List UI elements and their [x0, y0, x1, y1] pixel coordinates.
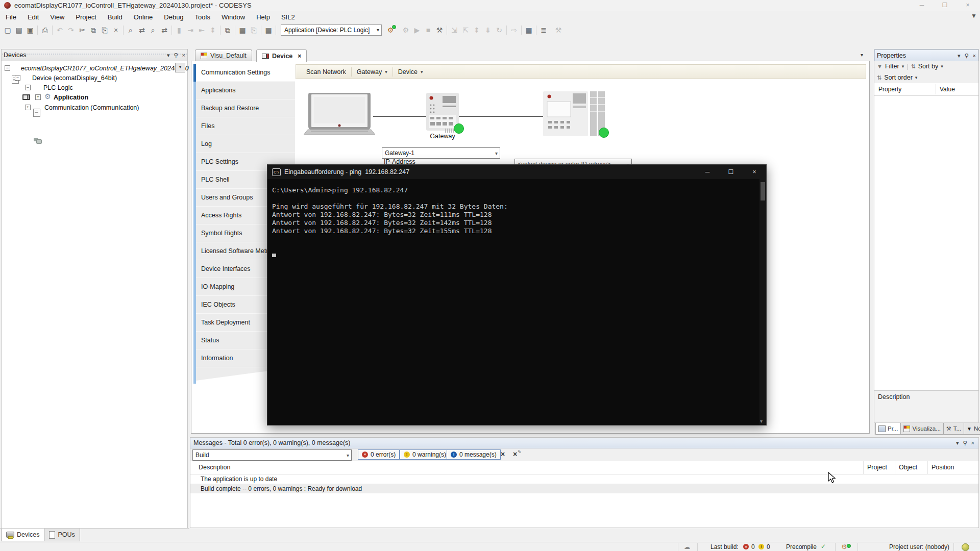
tab-overflow-chevron-icon[interactable]: ▾ [861, 52, 863, 58]
step-into-icon[interactable]: ⇱ [460, 24, 471, 36]
gateway-menu-button[interactable]: Gateway ▾ [352, 65, 393, 79]
misc-tools-icon[interactable]: ⚒ [553, 24, 564, 36]
menu-edit[interactable]: Edit [22, 11, 44, 23]
message-row[interactable]: The application is up to date [190, 474, 978, 484]
tab-devices[interactable]: Devices [1, 529, 44, 541]
close-tab-icon[interactable]: × [298, 53, 301, 60]
nav-files[interactable]: Files [196, 117, 295, 135]
tree-item-device[interactable]: Device (ecomatDisplay_64bit) [32, 73, 117, 83]
device-version-dropdown[interactable]: ▾ [175, 63, 185, 72]
cut-icon[interactable]: ✂ [77, 24, 88, 36]
tools-icon[interactable]: ⚒ [434, 24, 445, 36]
nav-log[interactable]: Log [196, 135, 295, 153]
menu-help[interactable]: Help [251, 11, 276, 23]
build-icon[interactable]: ▦ [263, 24, 274, 36]
nav-backup-restore[interactable]: Backup and Restore [196, 99, 295, 117]
message-category-select[interactable]: Build ▾ [192, 449, 352, 461]
menu-tools[interactable]: Tools [189, 11, 216, 23]
step-out-icon[interactable]: ⇞ [471, 24, 482, 36]
new-project-icon[interactable]: ▢ [2, 24, 13, 36]
nav-applications[interactable]: Applications [196, 82, 295, 99]
expander-minus-icon[interactable]: − [5, 65, 10, 71]
clear-bookmarks-icon[interactable]: ⇞ [207, 24, 218, 36]
menu-sil2[interactable]: SIL2 [276, 11, 301, 23]
cmd-console[interactable]: C:\Users\Admin>ping 192.168.82.247 Ping … [267, 179, 766, 424]
bookmark-icon[interactable]: ▮ [174, 24, 185, 36]
find-in-project-icon[interactable]: ⌕ [148, 24, 159, 36]
errors-toggle-button[interactable]: × 0 error(s) [358, 449, 400, 460]
scroll-down-icon[interactable]: ▾ [760, 418, 763, 424]
tab-toolbox[interactable]: ⚒ T... [944, 423, 964, 435]
pin-icon[interactable]: ⚲ [963, 440, 967, 446]
goto-icon[interactable]: ⇨ [508, 24, 520, 36]
run-icon[interactable]: ▶ [411, 24, 423, 36]
nav-communication-settings[interactable]: Communication Settings [196, 64, 295, 82]
expander-minus-icon[interactable]: − [15, 75, 20, 81]
scan-network-button[interactable]: Scan Network [301, 65, 351, 79]
minimize-button[interactable]: ─ [913, 0, 930, 11]
tree-item-application[interactable]: Application [54, 92, 88, 102]
print-icon[interactable]: ⎙ [39, 24, 51, 36]
trace-icon[interactable]: ≣ [538, 24, 549, 36]
active-application-selector[interactable]: Application [Device: PLC Logic] ▾ [281, 24, 382, 36]
clear-filtered-messages-icon[interactable]: × [513, 450, 517, 458]
replace-icon[interactable]: ⇄ [136, 24, 148, 36]
copy-icon[interactable]: ⧉ [88, 24, 99, 36]
replace-in-project-icon[interactable]: ⇄ [159, 24, 170, 36]
tree-item-communication[interactable]: Communication (Communication) [44, 103, 139, 112]
paste-icon[interactable]: ⎘ [99, 24, 110, 36]
declarations-icon[interactable]: ▦ [237, 24, 248, 36]
tab-pous[interactable]: POUs [44, 529, 80, 541]
menu-window[interactable]: Window [216, 11, 251, 23]
menu-debug[interactable]: Debug [158, 11, 189, 23]
menu-file[interactable]: File [0, 11, 22, 23]
gateway-select[interactable]: Gateway-1 ▾ [382, 147, 500, 159]
step-over-icon[interactable]: ⇲ [449, 24, 460, 36]
cmd-title-bar[interactable]: C:\ Eingabeaufforderung - ping 192.168.8… [267, 165, 766, 179]
sort-order-button[interactable]: Sort order [884, 74, 913, 81]
tree-item-project[interactable]: ecomatDisplayCR1077_ioControll_ETHgatewa… [21, 63, 189, 73]
cmd-close-button[interactable]: × [743, 165, 766, 179]
chevron-down-icon[interactable]: ▾ [956, 440, 959, 446]
pin-icon[interactable]: ⚲ [174, 52, 178, 59]
cmd-scrollbar[interactable]: ▾ [760, 179, 766, 424]
stop-icon[interactable]: ■ [423, 24, 434, 36]
open-project-icon[interactable]: ▤ [13, 24, 24, 36]
messages-toggle-button[interactable]: i 0 message(s) [447, 449, 501, 460]
prev-bookmark-icon[interactable]: ⇤ [196, 24, 207, 36]
menu-view[interactable]: View [44, 11, 70, 23]
tab-notifications[interactable]: ▼ Not... [964, 423, 980, 435]
tab-visualization-toolbox[interactable]: Visualiza... [901, 423, 943, 435]
tree-item-plc-logic[interactable]: PLC Logic [43, 83, 73, 92]
undo-icon[interactable]: ↶ [54, 24, 65, 36]
warnings-toggle-button[interactable]: ! 0 warning(s) [400, 449, 450, 460]
value-column-header[interactable]: Value [940, 86, 955, 93]
clear-messages-icon[interactable]: × [501, 450, 505, 458]
maximize-button[interactable]: ☐ [936, 0, 953, 11]
reset-icon[interactable]: ↻ [494, 24, 505, 36]
scrollbar-thumb[interactable] [761, 182, 765, 201]
property-column-header[interactable]: Property [878, 86, 901, 93]
close-icon[interactable]: × [182, 52, 185, 59]
cmd-minimize-button[interactable]: ─ [696, 165, 719, 179]
run-to-cursor-icon[interactable]: ⇟ [482, 24, 494, 36]
find-icon[interactable]: ⌕ [125, 24, 136, 36]
copy-structure-icon[interactable]: ⧉ [222, 24, 233, 36]
tab-properties[interactable]: Pr... [875, 423, 901, 435]
message-row[interactable]: Build complete -- 0 errors, 0 warnings :… [190, 484, 978, 493]
menu-project[interactable]: Project [70, 11, 102, 23]
tab-device[interactable]: Device × [256, 49, 307, 62]
close-button[interactable]: × [959, 0, 976, 11]
project-column-header[interactable]: Project [867, 464, 887, 471]
redo-icon[interactable]: ↷ [65, 24, 77, 36]
paste-special-icon[interactable]: ⎘ [248, 24, 259, 36]
cmd-window[interactable]: C:\ Eingabeaufforderung - ping 192.168.8… [267, 164, 767, 425]
description-column-header[interactable]: Description [199, 464, 231, 471]
pin-icon[interactable]: ⚲ [965, 53, 969, 59]
flow-control-icon[interactable]: ▦ [523, 24, 534, 36]
position-column-header[interactable]: Position [932, 464, 954, 471]
expander-plus-icon[interactable]: + [35, 94, 41, 100]
close-icon[interactable]: × [973, 53, 976, 59]
filter-icon[interactable]: ▼ [971, 12, 977, 19]
menu-build[interactable]: Build [102, 11, 128, 23]
